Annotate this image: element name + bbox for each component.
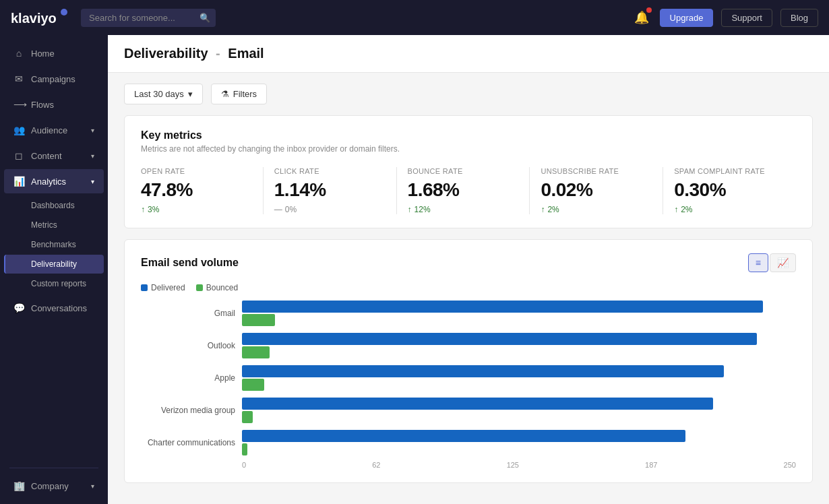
metric-label: Click rate (274, 167, 386, 175)
arrow-up-icon: ↑ (141, 205, 145, 214)
sidebar-subitem-custom-reports[interactable]: Custom reports (4, 274, 104, 293)
bounced-bar (242, 346, 270, 358)
bounced-color-swatch (196, 284, 203, 291)
analytics-icon: 📊 (13, 176, 24, 187)
metrics-row: Open rate 47.8% ↑ 3% Click rate 1.14% — … (141, 167, 796, 214)
arrow-up-icon: ↑ (674, 205, 678, 214)
sidebar-item-company[interactable]: 🏢 Company ▾ (4, 474, 104, 498)
legend-delivered-label: Delivered (151, 283, 185, 292)
metric-label: Open rate (141, 167, 252, 175)
notification-badge (646, 7, 652, 13)
sidebar-item-content[interactable]: ◻ Content ▾ (4, 144, 104, 168)
bounced-bar-wrap (242, 314, 796, 326)
chart-row: Charter communications (141, 430, 796, 455)
metric-value: 1.68% (408, 179, 519, 201)
support-button[interactable]: Support (721, 9, 772, 27)
metric-change: ↑ 3% (141, 205, 252, 214)
home-icon: ⌂ (13, 48, 24, 59)
filter-icon: ⚗ (221, 89, 229, 99)
svg-text:klaviyo: klaviyo (11, 11, 57, 26)
bar-container (242, 430, 796, 455)
topbar-left: klaviyo 🔍 (11, 8, 216, 27)
sidebar-item-home[interactable]: ⌂ Home (4, 41, 104, 65)
delivered-bar-wrap (242, 398, 796, 410)
company-icon: 🏢 (13, 480, 24, 491)
sidebar-item-campaigns[interactable]: ✉ Campaigns (4, 67, 104, 91)
metric-value: 0.30% (674, 179, 785, 201)
sidebar-item-analytics[interactable]: 📊 Analytics ▾ (4, 169, 104, 193)
volume-title: Email send volume (141, 257, 239, 269)
notifications-button[interactable]: 🔔 (632, 7, 652, 28)
sidebar: ⌂ Home ✉ Campaigns ⟶ Flows 👥 Audience ▾ … (0, 35, 108, 504)
content-area: Deliverability - Email Last 30 days ▾ ⚗ … (108, 35, 829, 504)
sidebar-item-label: Conversations (31, 303, 87, 313)
sidebar-item-audience[interactable]: 👥 Audience ▾ (4, 118, 104, 142)
row-label: Charter communications (141, 438, 235, 447)
chevron-down-icon: ▾ (188, 89, 193, 99)
delivered-bar (242, 365, 724, 377)
metric-value: 47.8% (141, 179, 252, 201)
filters-button[interactable]: ⚗ Filters (211, 84, 267, 104)
logo: klaviyo (11, 8, 70, 27)
sidebar-item-label: Content (31, 151, 62, 161)
conversations-icon: 💬 (13, 303, 24, 313)
legend-bounced: Bounced (196, 283, 238, 292)
bar-container (242, 301, 796, 326)
delivered-bar (242, 430, 685, 442)
sidebar-item-conversations[interactable]: 💬 Conversations (4, 296, 104, 320)
key-metrics-card: Key metrics Metrics are not affected by … (124, 115, 813, 228)
bounced-bar (242, 314, 275, 326)
row-label: Apple (141, 373, 235, 383)
metric-spam-rate: Spam complaint rate 0.30% ↑ 2% (663, 167, 796, 214)
delivered-bar (242, 333, 757, 345)
sidebar-bottom: 🏢 Company ▾ (0, 462, 108, 499)
page-title: Deliverability - Email (124, 46, 264, 61)
audience-icon: 👥 (13, 125, 24, 135)
sidebar-subitem-deliverability[interactable]: Deliverability (4, 255, 104, 274)
upgrade-button[interactable]: Upgrade (660, 9, 714, 27)
bar-chart-button[interactable]: ≡ (748, 253, 768, 272)
sidebar-subitem-benchmarks[interactable]: Benchmarks (4, 235, 104, 254)
sidebar-item-label: Flows (31, 100, 54, 110)
volume-header: Email send volume ≡ 📈 (141, 253, 796, 272)
sidebar-subitem-dashboards[interactable]: Dashboards (4, 196, 104, 215)
chart-row: Outlook (141, 333, 796, 358)
axis-label: 250 (784, 461, 796, 469)
metric-change: ↑ 2% (674, 205, 785, 214)
delivered-bar (242, 398, 713, 410)
metric-bounce-rate: Bounce rate 1.68% ↑ 12% (396, 167, 530, 214)
chart-row: Apple (141, 365, 796, 391)
arrow-up-icon: ↑ (408, 205, 412, 214)
metric-open-rate: Open rate 47.8% ↑ 3% (141, 167, 263, 214)
delivered-bar-wrap (242, 430, 796, 442)
filters-label: Filters (233, 89, 257, 99)
metric-change: ↑ 2% (541, 205, 652, 214)
sidebar-subitem-metrics[interactable]: Metrics (4, 216, 104, 234)
chevron-down-icon: ▾ (91, 152, 94, 160)
metric-change: — 0% (274, 205, 386, 214)
bar-container (242, 365, 796, 391)
search-input[interactable] (81, 9, 216, 27)
controls-bar: Last 30 days ▾ ⚗ Filters (108, 73, 829, 115)
bounced-bar (242, 379, 264, 391)
arrow-up-icon: ↑ (541, 205, 545, 214)
row-label: Outlook (141, 341, 235, 350)
metric-value: 1.14% (274, 179, 386, 201)
campaigns-icon: ✉ (13, 73, 24, 84)
sidebar-item-flows[interactable]: ⟶ Flows (4, 92, 104, 117)
blog-button[interactable]: Blog (780, 9, 818, 27)
chart-axis: 062125187250 (242, 461, 796, 469)
dash-icon: — (274, 205, 282, 214)
chart-row: Verizon media group (141, 398, 796, 423)
date-range-picker[interactable]: Last 30 days ▾ (124, 84, 203, 104)
topbar: klaviyo 🔍 🔔 Upgrade Support Blog (0, 0, 829, 35)
key-metrics-subtitle: Metrics are not affected by changing the… (141, 144, 796, 154)
sidebar-divider (9, 468, 98, 468)
analytics-submenu: Dashboards Metrics Benchmarks Deliverabi… (0, 194, 108, 295)
chart-legend: Delivered Bounced (141, 283, 796, 292)
search-wrapper: 🔍 (81, 9, 216, 27)
bounced-bar (242, 411, 253, 423)
chart-type-buttons: ≡ 📈 (748, 253, 796, 272)
metric-click-rate: Click rate 1.14% — 0% (263, 167, 396, 214)
line-chart-button[interactable]: 📈 (770, 253, 796, 272)
